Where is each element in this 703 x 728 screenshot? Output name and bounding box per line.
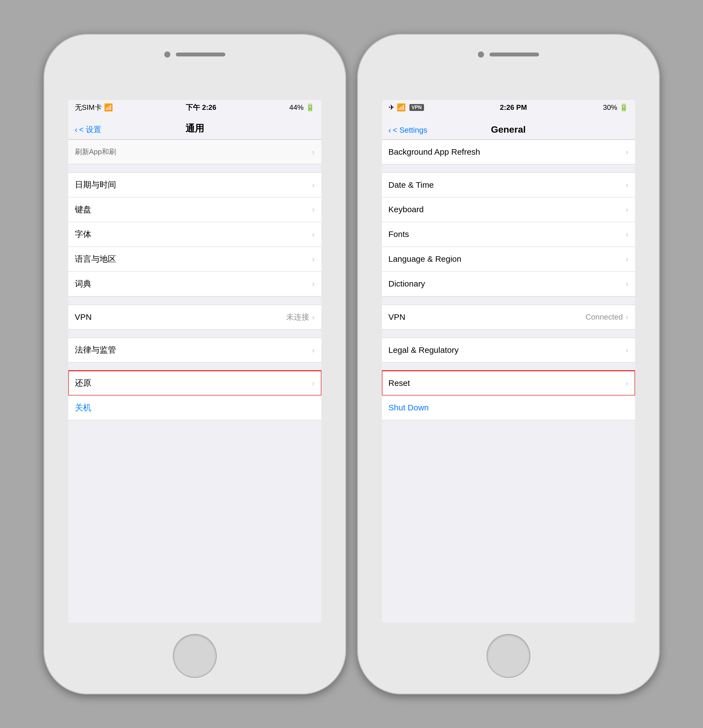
chevron-icon: › (312, 345, 315, 355)
front-camera (164, 52, 170, 58)
list-item[interactable]: Keyboard › (382, 197, 635, 222)
left-nav-title: 通用 (124, 122, 265, 135)
legal-item[interactable]: Legal & Regulatory › (382, 338, 635, 363)
reset-item[interactable]: Reset › (382, 371, 635, 396)
list-item[interactable]: 字体 › (68, 222, 321, 247)
left-status-time: 下午 2:26 (186, 103, 216, 112)
item-label: VPN (388, 312, 586, 322)
item-label: 日期与时间 (75, 179, 312, 191)
chevron-icon: › (626, 345, 628, 355)
item-value: Connected (586, 313, 623, 322)
item-label: Legal & Regulatory (388, 345, 626, 355)
wifi-icon: 📶 (104, 103, 113, 112)
left-status-bar: 无SIM卡 📶 下午 2:26 44% 🔋 (68, 100, 321, 115)
right-phone-top (467, 51, 550, 59)
section-gap (382, 296, 635, 305)
left-phone-top (153, 51, 236, 59)
item-label: 键盘 (75, 204, 312, 215)
list-item[interactable]: 词典 › (68, 272, 321, 296)
item-value: 未连接 (286, 312, 309, 322)
list-item[interactable]: VPN 未连接 › (68, 305, 321, 329)
item-label: 语言与地区 (75, 253, 312, 265)
right-status-bar: ✈ 📶 VPN 2:26 PM 30% 🔋 (382, 100, 635, 115)
right-phone: ✈ 📶 VPN 2:26 PM 30% 🔋 ‹ < Settings Gener… (357, 34, 660, 695)
list-item[interactable]: Fonts › (382, 222, 635, 247)
left-status-left: 无SIM卡 📶 (75, 103, 113, 112)
item-label: Keyboard (388, 205, 626, 214)
list-item[interactable]: Background App Refresh › (382, 140, 635, 164)
section-gap (382, 164, 635, 173)
left-back-button[interactable]: ‹ < 设置 (75, 124, 124, 135)
photo-background: 无SIM卡 📶 下午 2:26 44% 🔋 ‹ < 设置 通用 (0, 0, 703, 728)
list-item[interactable]: Date & Time › (382, 173, 635, 197)
item-label: Reset (388, 378, 626, 388)
item-label: 词典 (75, 278, 312, 290)
chevron-icon: › (312, 180, 315, 190)
item-label: 关机 (75, 402, 315, 413)
back-label: < Settings (393, 126, 427, 134)
dictionary-item[interactable]: Dictionary › (382, 272, 635, 296)
back-chevron: ‹ (388, 126, 391, 135)
item-label: 还原 (75, 377, 312, 389)
left-phone: 无SIM卡 📶 下午 2:26 44% 🔋 ‹ < 设置 通用 (43, 34, 346, 695)
item-label: Fonts (388, 230, 626, 239)
chevron-icon: › (626, 180, 628, 190)
section-gap (68, 363, 321, 371)
back-chevron: ‹ (75, 125, 78, 134)
left-status-right: 44% 🔋 (289, 103, 315, 112)
chevron-icon: › (312, 312, 315, 322)
left-nav-bar: ‹ < 设置 通用 (68, 115, 321, 140)
item-label: Dictionary (388, 279, 626, 289)
battery-level: 30% (603, 103, 617, 112)
chevron-icon: › (626, 312, 628, 322)
shutdown-item[interactable]: Shut Down (382, 396, 635, 420)
list-item[interactable]: 日期与时间 › (68, 173, 321, 197)
chevron-icon: › (312, 205, 315, 214)
item-label: 法律与监管 (75, 344, 312, 355)
battery-icon: 🔋 (306, 103, 315, 112)
item-label: 刷新App和刷 (75, 147, 312, 157)
right-status-right: 30% 🔋 (603, 103, 628, 112)
airplane-icon: ✈ (388, 103, 394, 112)
item-label: Background App Refresh (388, 147, 626, 157)
vpn-item[interactable]: VPN Connected › (382, 305, 635, 329)
chevron-icon: › (312, 147, 315, 157)
list-item[interactable]: 法律与监管 › (68, 338, 321, 363)
right-nav-title: General (438, 124, 579, 135)
section-gap (68, 164, 321, 173)
section-gap (68, 296, 321, 305)
left-home-button[interactable] (173, 634, 217, 678)
chevron-icon: › (626, 279, 628, 289)
right-status-left: ✈ 📶 VPN (388, 103, 424, 112)
right-status-time: 2:26 PM (500, 103, 527, 112)
item-label: VPN (75, 312, 286, 322)
item-label: Language & Region (388, 254, 626, 264)
right-settings-list: Background App Refresh › Date & Time › K… (382, 140, 635, 623)
carrier-text: 无SIM卡 (75, 103, 102, 112)
left-phone-screen: 无SIM卡 📶 下午 2:26 44% 🔋 ‹ < 设置 通用 (68, 100, 321, 623)
shutdown-item[interactable]: 关机 (68, 396, 321, 420)
right-back-button[interactable]: ‹ < Settings (388, 126, 438, 135)
chevron-icon: › (626, 230, 628, 239)
right-home-button[interactable] (486, 634, 530, 678)
vpn-badge: VPN (409, 104, 424, 111)
section-gap (68, 329, 321, 338)
back-label: < 设置 (79, 124, 101, 135)
list-item[interactable]: Language & Region › (382, 247, 635, 272)
list-item[interactable]: 刷新App和刷 › (68, 140, 321, 164)
wifi-icon: 📶 (397, 103, 406, 112)
list-item[interactable]: 语言与地区 › (68, 247, 321, 272)
front-camera (478, 52, 484, 58)
section-gap (382, 329, 635, 338)
battery-level: 44% (289, 103, 303, 112)
battery-icon: 🔋 (619, 103, 628, 112)
chevron-icon: › (312, 378, 315, 388)
list-item[interactable]: 键盘 › (68, 197, 321, 222)
right-nav-bar: ‹ < Settings General (382, 115, 635, 140)
chevron-icon: › (626, 254, 628, 264)
reset-item[interactable]: 还原 › (68, 371, 321, 396)
chevron-icon: › (626, 147, 628, 157)
chevron-icon: › (626, 378, 628, 388)
item-label: 字体 (75, 229, 312, 240)
chevron-icon: › (312, 230, 315, 239)
